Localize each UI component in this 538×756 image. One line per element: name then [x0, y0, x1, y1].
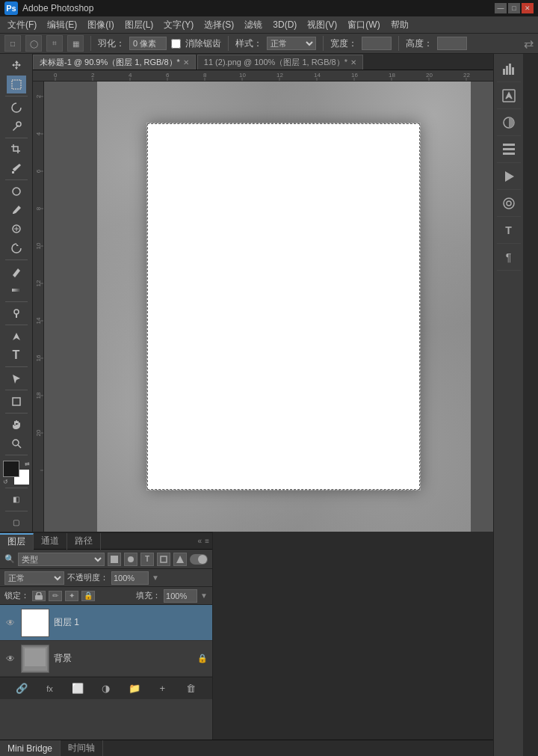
blend-mode-select[interactable]: 正常: [4, 571, 64, 585]
spot-heal-tool[interactable]: [7, 182, 26, 200]
opacity-label: 不透明度：: [67, 572, 108, 583]
lock-transparent-btn[interactable]: [32, 591, 46, 601]
zoom-tool[interactable]: [7, 434, 26, 452]
menu-layer[interactable]: 图层(L): [120, 17, 158, 33]
tab-channels[interactable]: 通道: [34, 533, 67, 550]
para-icon-btn[interactable]: ¶: [497, 247, 521, 271]
lock-all-btn[interactable]: 🔒: [81, 591, 95, 601]
eyedropper-tool[interactable]: [7, 159, 26, 177]
adjustments-icon-btn[interactable]: [497, 139, 521, 163]
menu-edit[interactable]: 编辑(E): [43, 17, 81, 33]
opacity-input[interactable]: [111, 571, 149, 585]
filter-smart-btn[interactable]: [173, 553, 187, 566]
menu-view[interactable]: 视图(V): [303, 17, 341, 33]
opacity-arrow[interactable]: ▼: [152, 574, 159, 582]
hand-tool[interactable]: [7, 416, 26, 434]
document-canvas[interactable]: [147, 123, 420, 490]
crop-tool[interactable]: [7, 141, 26, 159]
layer-filter-bar: 🔍 类型 T: [0, 550, 212, 569]
move-tool[interactable]: [7, 57, 26, 75]
layer-delete-btn[interactable]: 🗑: [182, 680, 199, 697]
tab-11png[interactable]: 11 (2).png @ 100%（图层 1, RGB/8）* ✕: [197, 55, 363, 70]
lock-paint-btn[interactable]: ✏: [49, 591, 62, 601]
layers-collapse-btn[interactable]: «: [198, 537, 202, 545]
selection-tool-circle-icon[interactable]: ◯: [25, 35, 42, 52]
gradient-tool[interactable]: [7, 281, 26, 299]
tab-layers[interactable]: 图层: [0, 533, 34, 550]
filter-toggle[interactable]: [190, 554, 208, 565]
marquee-tool[interactable]: [7, 76, 26, 93]
menu-filter[interactable]: 滤镜: [240, 17, 267, 33]
style-select[interactable]: 正常 固定比例 固定大小: [267, 37, 316, 50]
height-input[interactable]: [437, 37, 467, 50]
selection-tool-rect-icon[interactable]: □: [4, 35, 21, 52]
filter-text-btn[interactable]: T: [140, 553, 154, 566]
minimize-button[interactable]: —: [495, 3, 507, 13]
tab-untitled[interactable]: 未标题-1 @ 90.9%（图层 1, RGB/8）* ✕: [33, 55, 196, 70]
fill-input[interactable]: [164, 589, 197, 603]
selection-tool-lasso-icon[interactable]: ⌗: [46, 35, 63, 52]
menu-text[interactable]: 文字(Y): [159, 17, 198, 33]
feather-input[interactable]: [129, 37, 167, 50]
layers-menu-btn[interactable]: ≡: [205, 537, 209, 545]
menu-file[interactable]: 文件(F): [3, 17, 41, 33]
antialias-checkbox[interactable]: [171, 39, 181, 49]
layer-new-btn[interactable]: +: [154, 680, 170, 697]
layer-folder-btn[interactable]: 📁: [126, 680, 143, 697]
layer-adj-btn[interactable]: ◑: [98, 680, 114, 697]
brush-tool[interactable]: [7, 201, 26, 219]
layer-1-visibility[interactable]: 👁: [4, 617, 16, 629]
menu-image[interactable]: 图像(I): [83, 17, 118, 33]
magic-wand-tool[interactable]: [7, 117, 26, 135]
tab-mini-bridge[interactable]: Mini Bridge: [0, 740, 61, 757]
pen-tool[interactable]: [7, 328, 26, 345]
shape-tool[interactable]: [7, 393, 26, 411]
play-icon-btn[interactable]: [497, 166, 521, 190]
tab-paths[interactable]: 路径: [67, 533, 101, 550]
clone-tool[interactable]: [7, 220, 26, 238]
layer-link-btn[interactable]: 🔗: [13, 680, 30, 697]
foreground-background-colors[interactable]: ⇄ ↺: [3, 461, 30, 485]
filter-shape-btn[interactable]: [157, 553, 170, 566]
char-icon-btn[interactable]: T: [497, 220, 521, 244]
navigator-icon-btn[interactable]: [497, 85, 521, 109]
foreground-color-swatch[interactable]: [3, 461, 19, 477]
tab-untitled-close[interactable]: ✕: [183, 58, 189, 67]
histogram-icon-btn[interactable]: [497, 58, 521, 82]
maximize-button[interactable]: □: [508, 3, 520, 13]
style-icon-btn[interactable]: [497, 193, 521, 217]
width-input[interactable]: [362, 37, 392, 50]
tab-timeline[interactable]: 时间轴: [61, 740, 103, 757]
selection-tool-col-icon[interactable]: ▦: [67, 35, 84, 52]
menu-window[interactable]: 窗口(W): [343, 17, 384, 33]
menu-3d[interactable]: 3D(D): [268, 18, 301, 31]
close-button[interactable]: ✕: [522, 3, 534, 13]
history-brush-tool[interactable]: [7, 239, 26, 256]
quick-mask-btn[interactable]: ◧: [7, 491, 26, 508]
path-select-tool[interactable]: [7, 369, 26, 387]
filter-pixel-btn[interactable]: [108, 553, 121, 566]
svg-rect-59: [506, 66, 508, 75]
filter-type-select[interactable]: 类型: [18, 553, 105, 566]
filter-adjust-btn[interactable]: [124, 553, 137, 566]
layer-bg-visibility[interactable]: 👁: [4, 653, 16, 665]
layer-fx-btn[interactable]: fx: [42, 680, 58, 697]
fill-arrow[interactable]: ▼: [200, 591, 208, 600]
eraser-tool[interactable]: [7, 262, 26, 280]
layer-item-1[interactable]: 👁 图层 1: [0, 605, 212, 641]
layer-item-bg[interactable]: 👁 背景 🔒: [0, 641, 212, 677]
tab-11png-close[interactable]: ✕: [350, 58, 356, 67]
color-icon-btn[interactable]: [497, 112, 521, 136]
text-tool[interactable]: T: [7, 346, 26, 364]
layer-mask-btn[interactable]: ⬜: [69, 680, 86, 697]
screen-mode-btn[interactable]: ▢: [7, 514, 26, 532]
swap-colors-icon[interactable]: ⇄: [25, 461, 30, 467]
canvas-area[interactable]: [44, 82, 523, 532]
menu-help[interactable]: 帮助: [386, 17, 413, 33]
menu-select[interactable]: 选择(S): [200, 17, 238, 33]
lasso-tool[interactable]: [7, 99, 26, 117]
reset-colors-icon[interactable]: ↺: [3, 479, 8, 485]
dodge-tool[interactable]: [7, 304, 26, 322]
swap-icon[interactable]: ⇄: [524, 37, 534, 51]
lock-position-btn[interactable]: ✦: [65, 591, 78, 601]
